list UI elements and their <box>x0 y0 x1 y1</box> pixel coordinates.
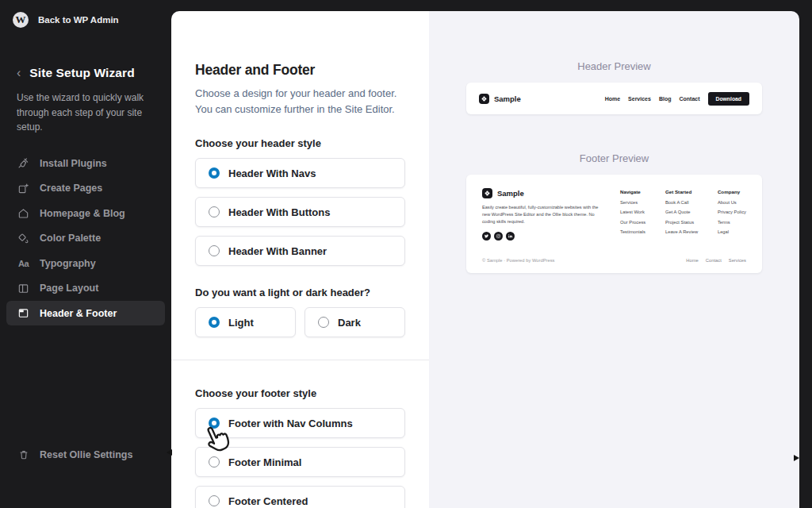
radio-footer-centered[interactable] <box>209 495 220 506</box>
sidebar-item-label: Page Layout <box>40 283 98 294</box>
footer-column-heading: Company <box>718 189 746 194</box>
preview-brand: Sample <box>482 188 601 198</box>
footer-link: Testimonials <box>620 229 645 234</box>
footer-link: Legal <box>718 229 746 234</box>
footer-link: Book A Call <box>665 200 698 205</box>
option-label: Header With Buttons <box>228 206 330 218</box>
footer-column-company: CompanyAbout UsPrivacy PolicyTermsLegal <box>718 189 746 241</box>
sidebar-item-homepage-blog[interactable]: Homepage & Blog <box>6 201 165 226</box>
footer-link: Privacy Policy <box>718 210 746 214</box>
sidebar-item-header-footer[interactable]: Header & Footer <box>6 301 165 326</box>
preview-nav-contact: Contact <box>679 96 699 102</box>
option-label: Header With Navs <box>228 167 316 179</box>
footer-column-heading: Navigate <box>620 189 645 194</box>
footer-link: Latest Work <box>620 210 645 214</box>
header-style-label: Choose your header style <box>195 137 405 149</box>
sidebar-nav: Install PluginsCreate PagesHomepage & Bl… <box>6 151 165 326</box>
header-style-option-header-with-banner[interactable]: Header With Banner <box>195 236 405 266</box>
footer-bottom-link-services: Services <box>729 258 746 263</box>
footer-column-heading: Get Started <box>665 189 698 194</box>
sidebar-item-label: Typography <box>40 258 96 269</box>
footer-columns: NavigateServicesLatest WorkOur ProcessTe… <box>601 188 746 241</box>
footer-column-get-started: Get StartedBook A CallGet A QuoteProject… <box>665 189 698 241</box>
footer-link: Terms <box>718 220 746 225</box>
footer-preview-card: Sample Easily create beautiful, fully-cu… <box>466 175 762 273</box>
header-tone-option-dark[interactable]: Dark <box>304 307 405 337</box>
header-tone-label: Do you want a light or dark header? <box>195 287 405 298</box>
radio-header-with-navs[interactable] <box>209 167 220 179</box>
sidebar-item-label: Homepage & Blog <box>40 208 125 219</box>
sidebar-item-label: Color Palette <box>40 233 101 244</box>
reset-ollie-settings-button[interactable]: Reset Ollie Settings <box>17 448 132 460</box>
footer-preview-description: Easily create beautiful, fully-customiza… <box>482 204 601 225</box>
radio-light[interactable] <box>209 317 220 328</box>
sidebar: W Back to WP Admin ‹ Site Setup Wizard U… <box>0 0 171 508</box>
layout-icon <box>17 283 29 294</box>
app-root: W Back to WP Admin ‹ Site Setup Wizard U… <box>0 0 812 508</box>
footer-link: Our Process <box>620 220 645 225</box>
header-preview-card: Sample HomeServicesBlogContact Download <box>466 83 762 114</box>
wizard-description: Use the wizard to quickly walk through e… <box>13 90 159 135</box>
radio-header-with-buttons[interactable] <box>209 206 220 217</box>
footer-style-label: Choose your footer style <box>195 387 405 399</box>
footer-style-option-footer-centered[interactable]: Footer Centered <box>195 486 405 508</box>
sidebar-item-label: Install Plugins <box>40 158 107 169</box>
footer-link: Leave A Review <box>665 229 698 234</box>
option-label: Dark <box>338 317 361 329</box>
preview-nav-home: Home <box>605 96 620 102</box>
option-label: Footer Centered <box>228 495 308 507</box>
sidebar-item-create-pages[interactable]: Create Pages <box>6 175 165 201</box>
footer-bottom-link-home: Home <box>686 258 698 263</box>
header-footer-icon <box>17 307 29 319</box>
back-to-wp-admin-link[interactable]: W Back to WP Admin <box>13 12 159 28</box>
preview-nav-services: Services <box>628 96 651 102</box>
edge-arrow-right-icon <box>794 455 799 461</box>
preview-nav-blog: Blog <box>659 96 672 102</box>
instagram-icon <box>494 232 503 241</box>
back-to-wp-admin-label: Back to WP Admin <box>38 15 119 25</box>
edge-arrow-left-icon <box>167 449 172 456</box>
reset-ollie-settings-label: Reset Ollie Settings <box>40 449 132 460</box>
footer-link: Get A Quote <box>665 210 698 214</box>
twitter-icon <box>482 232 491 241</box>
pages-icon <box>17 183 29 194</box>
option-label: Footer Minimal <box>228 456 301 468</box>
header-style-option-header-with-buttons[interactable]: Header With Buttons <box>195 197 405 227</box>
page-title: Header and Footer <box>195 62 405 79</box>
page-description: Choose a design for your header and foot… <box>195 86 405 117</box>
sidebar-item-page-layout[interactable]: Page Layout <box>6 275 165 301</box>
home-icon <box>17 207 29 219</box>
footer-social-icons <box>482 232 601 241</box>
plug-icon <box>17 157 29 169</box>
footer-link: Services <box>620 200 645 205</box>
sidebar-item-label: Header & Footer <box>40 308 117 319</box>
wordpress-logo-icon: W <box>13 12 29 28</box>
sidebar-item-install-plugins[interactable]: Install Plugins <box>6 151 165 176</box>
sidebar-item-typography[interactable]: AaTypography <box>6 251 165 276</box>
radio-dark[interactable] <box>318 317 329 328</box>
footer-link: About Us <box>718 200 746 205</box>
footer-copyright: © Sample · Powered by WordPress <box>482 258 554 263</box>
back-chevron-icon[interactable]: ‹ <box>17 67 21 79</box>
preview-download-button: Download <box>708 92 749 106</box>
brand-logo-icon <box>479 94 489 104</box>
wizard-title: Site Setup Wizard <box>29 66 134 80</box>
header-style-options: Header With NavsHeader With ButtonsHeade… <box>195 158 405 266</box>
sidebar-item-color-palette[interactable]: Color Palette <box>6 225 165 251</box>
brand-logo-icon <box>482 188 492 198</box>
trash-icon <box>17 448 29 460</box>
linkedin-icon <box>506 232 515 241</box>
footer-link: Project Status <box>665 220 698 225</box>
sidebar-item-label: Create Pages <box>40 183 102 194</box>
radio-header-with-banner[interactable] <box>209 245 220 256</box>
header-tone-options: LightDark <box>195 307 405 337</box>
palette-icon <box>17 233 29 244</box>
typography-icon: Aa <box>17 257 29 269</box>
preview-panel: Header Preview Sample HomeServicesBlogCo… <box>429 11 799 508</box>
option-label: Header With Banner <box>228 245 327 257</box>
header-tone-option-light[interactable]: Light <box>195 307 296 337</box>
wizard-modal: Header and Footer Choose a design for yo… <box>171 11 799 508</box>
preview-header-nav: HomeServicesBlogContact <box>605 96 700 102</box>
header-style-option-header-with-navs[interactable]: Header With Navs <box>195 158 405 188</box>
header-preview-title: Header Preview <box>466 60 762 72</box>
